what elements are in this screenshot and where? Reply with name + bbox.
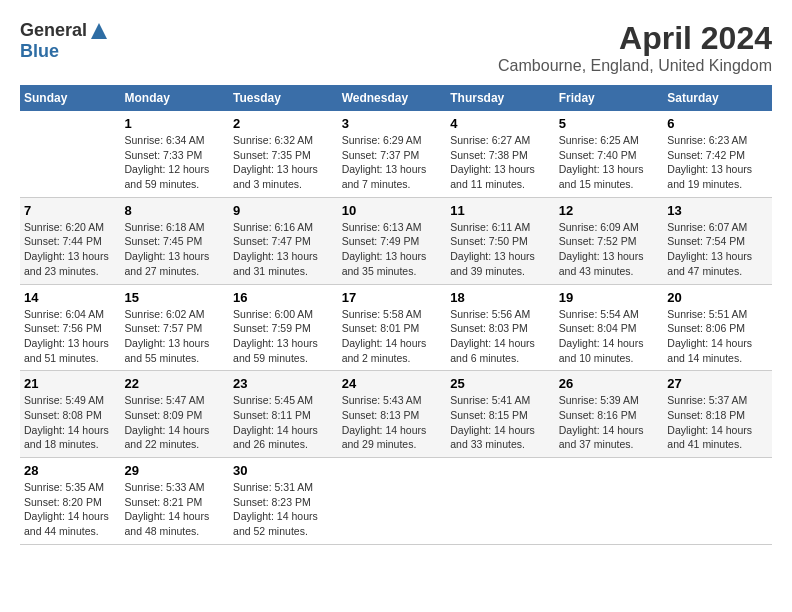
day-cell: 10Sunrise: 6:13 AM Sunset: 7:49 PM Dayli…: [338, 197, 447, 284]
day-info: Sunrise: 5:35 AM Sunset: 8:20 PM Dayligh…: [24, 480, 117, 539]
day-cell: 15Sunrise: 6:02 AM Sunset: 7:57 PM Dayli…: [121, 284, 230, 371]
day-number: 9: [233, 203, 334, 218]
day-info: Sunrise: 6:25 AM Sunset: 7:40 PM Dayligh…: [559, 133, 660, 192]
day-number: 21: [24, 376, 117, 391]
day-cell: 12Sunrise: 6:09 AM Sunset: 7:52 PM Dayli…: [555, 197, 664, 284]
day-info: Sunrise: 6:29 AM Sunset: 7:37 PM Dayligh…: [342, 133, 443, 192]
day-cell: 17Sunrise: 5:58 AM Sunset: 8:01 PM Dayli…: [338, 284, 447, 371]
day-cell: 27Sunrise: 5:37 AM Sunset: 8:18 PM Dayli…: [663, 371, 772, 458]
day-number: 1: [125, 116, 226, 131]
day-info: Sunrise: 6:32 AM Sunset: 7:35 PM Dayligh…: [233, 133, 334, 192]
week-row-1: 1Sunrise: 6:34 AM Sunset: 7:33 PM Daylig…: [20, 111, 772, 197]
day-cell: [555, 458, 664, 545]
svg-marker-0: [91, 23, 107, 39]
day-cell: 3Sunrise: 6:29 AM Sunset: 7:37 PM Daylig…: [338, 111, 447, 197]
day-info: Sunrise: 6:20 AM Sunset: 7:44 PM Dayligh…: [24, 220, 117, 279]
day-info: Sunrise: 6:23 AM Sunset: 7:42 PM Dayligh…: [667, 133, 768, 192]
day-number: 16: [233, 290, 334, 305]
day-number: 22: [125, 376, 226, 391]
day-number: 26: [559, 376, 660, 391]
day-info: Sunrise: 6:04 AM Sunset: 7:56 PM Dayligh…: [24, 307, 117, 366]
header-friday: Friday: [555, 85, 664, 111]
day-cell: 21Sunrise: 5:49 AM Sunset: 8:08 PM Dayli…: [20, 371, 121, 458]
day-number: 28: [24, 463, 117, 478]
day-cell: 14Sunrise: 6:04 AM Sunset: 7:56 PM Dayli…: [20, 284, 121, 371]
day-cell: 6Sunrise: 6:23 AM Sunset: 7:42 PM Daylig…: [663, 111, 772, 197]
day-info: Sunrise: 6:02 AM Sunset: 7:57 PM Dayligh…: [125, 307, 226, 366]
day-cell: 22Sunrise: 5:47 AM Sunset: 8:09 PM Dayli…: [121, 371, 230, 458]
day-info: Sunrise: 5:39 AM Sunset: 8:16 PM Dayligh…: [559, 393, 660, 452]
day-info: Sunrise: 6:16 AM Sunset: 7:47 PM Dayligh…: [233, 220, 334, 279]
day-info: Sunrise: 6:18 AM Sunset: 7:45 PM Dayligh…: [125, 220, 226, 279]
header-wednesday: Wednesday: [338, 85, 447, 111]
day-info: Sunrise: 5:58 AM Sunset: 8:01 PM Dayligh…: [342, 307, 443, 366]
day-number: 30: [233, 463, 334, 478]
day-info: Sunrise: 6:13 AM Sunset: 7:49 PM Dayligh…: [342, 220, 443, 279]
day-cell: [663, 458, 772, 545]
day-number: 19: [559, 290, 660, 305]
day-number: 7: [24, 203, 117, 218]
day-info: Sunrise: 5:47 AM Sunset: 8:09 PM Dayligh…: [125, 393, 226, 452]
day-number: 2: [233, 116, 334, 131]
day-number: 24: [342, 376, 443, 391]
day-info: Sunrise: 5:43 AM Sunset: 8:13 PM Dayligh…: [342, 393, 443, 452]
week-row-4: 21Sunrise: 5:49 AM Sunset: 8:08 PM Dayli…: [20, 371, 772, 458]
day-number: 20: [667, 290, 768, 305]
day-cell: 26Sunrise: 5:39 AM Sunset: 8:16 PM Dayli…: [555, 371, 664, 458]
day-cell: 1Sunrise: 6:34 AM Sunset: 7:33 PM Daylig…: [121, 111, 230, 197]
day-number: 17: [342, 290, 443, 305]
day-cell: [20, 111, 121, 197]
day-number: 12: [559, 203, 660, 218]
day-cell: 7Sunrise: 6:20 AM Sunset: 7:44 PM Daylig…: [20, 197, 121, 284]
title-section: April 2024 Cambourne, England, United Ki…: [498, 20, 772, 75]
day-cell: 29Sunrise: 5:33 AM Sunset: 8:21 PM Dayli…: [121, 458, 230, 545]
day-info: Sunrise: 5:49 AM Sunset: 8:08 PM Dayligh…: [24, 393, 117, 452]
header-tuesday: Tuesday: [229, 85, 338, 111]
header-sunday: Sunday: [20, 85, 121, 111]
day-cell: 13Sunrise: 6:07 AM Sunset: 7:54 PM Dayli…: [663, 197, 772, 284]
header-saturday: Saturday: [663, 85, 772, 111]
day-number: 6: [667, 116, 768, 131]
logo: General Blue: [20, 20, 109, 62]
day-number: 15: [125, 290, 226, 305]
month-title: April 2024: [498, 20, 772, 57]
day-cell: 11Sunrise: 6:11 AM Sunset: 7:50 PM Dayli…: [446, 197, 555, 284]
week-row-2: 7Sunrise: 6:20 AM Sunset: 7:44 PM Daylig…: [20, 197, 772, 284]
day-cell: 5Sunrise: 6:25 AM Sunset: 7:40 PM Daylig…: [555, 111, 664, 197]
day-cell: [446, 458, 555, 545]
day-info: Sunrise: 5:54 AM Sunset: 8:04 PM Dayligh…: [559, 307, 660, 366]
day-info: Sunrise: 6:11 AM Sunset: 7:50 PM Dayligh…: [450, 220, 551, 279]
day-info: Sunrise: 5:56 AM Sunset: 8:03 PM Dayligh…: [450, 307, 551, 366]
logo-icon: [89, 21, 109, 41]
day-number: 23: [233, 376, 334, 391]
day-number: 13: [667, 203, 768, 218]
day-number: 29: [125, 463, 226, 478]
week-row-5: 28Sunrise: 5:35 AM Sunset: 8:20 PM Dayli…: [20, 458, 772, 545]
day-info: Sunrise: 6:00 AM Sunset: 7:59 PM Dayligh…: [233, 307, 334, 366]
day-info: Sunrise: 6:07 AM Sunset: 7:54 PM Dayligh…: [667, 220, 768, 279]
day-cell: 25Sunrise: 5:41 AM Sunset: 8:15 PM Dayli…: [446, 371, 555, 458]
logo-general-text: General: [20, 20, 87, 41]
day-cell: 9Sunrise: 6:16 AM Sunset: 7:47 PM Daylig…: [229, 197, 338, 284]
day-info: Sunrise: 6:27 AM Sunset: 7:38 PM Dayligh…: [450, 133, 551, 192]
day-info: Sunrise: 6:09 AM Sunset: 7:52 PM Dayligh…: [559, 220, 660, 279]
day-cell: 23Sunrise: 5:45 AM Sunset: 8:11 PM Dayli…: [229, 371, 338, 458]
day-number: 18: [450, 290, 551, 305]
day-cell: 28Sunrise: 5:35 AM Sunset: 8:20 PM Dayli…: [20, 458, 121, 545]
header-monday: Monday: [121, 85, 230, 111]
day-number: 14: [24, 290, 117, 305]
day-info: Sunrise: 5:41 AM Sunset: 8:15 PM Dayligh…: [450, 393, 551, 452]
day-cell: 2Sunrise: 6:32 AM Sunset: 7:35 PM Daylig…: [229, 111, 338, 197]
day-info: Sunrise: 5:51 AM Sunset: 8:06 PM Dayligh…: [667, 307, 768, 366]
header-thursday: Thursday: [446, 85, 555, 111]
day-number: 8: [125, 203, 226, 218]
day-info: Sunrise: 5:37 AM Sunset: 8:18 PM Dayligh…: [667, 393, 768, 452]
day-number: 5: [559, 116, 660, 131]
day-number: 10: [342, 203, 443, 218]
day-number: 4: [450, 116, 551, 131]
location: Cambourne, England, United Kingdom: [498, 57, 772, 75]
day-number: 11: [450, 203, 551, 218]
logo-blue-text: Blue: [20, 41, 59, 62]
day-cell: 24Sunrise: 5:43 AM Sunset: 8:13 PM Dayli…: [338, 371, 447, 458]
calendar-header-row: SundayMondayTuesdayWednesdayThursdayFrid…: [20, 85, 772, 111]
